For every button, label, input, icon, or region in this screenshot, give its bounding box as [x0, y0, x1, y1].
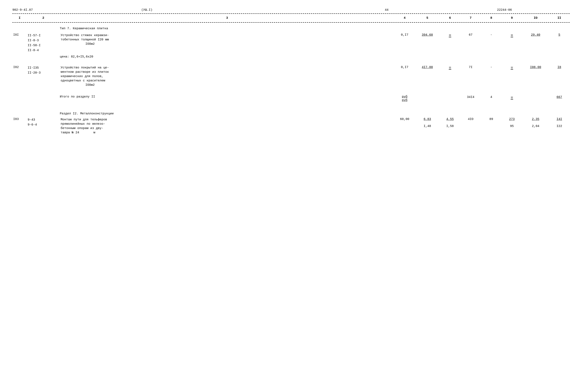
- row-181-col5: 394,60: [415, 33, 440, 37]
- col-header-1: I: [12, 16, 27, 20]
- row-181-col11: 5: [549, 33, 570, 37]
- itogo-col11: 667: [549, 95, 570, 102]
- top-divider: [12, 14, 570, 14]
- col-header-6: 6: [440, 16, 460, 20]
- row-181-col6: =: [440, 33, 460, 38]
- row-182-col10: I08,00: [522, 65, 549, 70]
- itogo-label: Итого по разделу II: [60, 95, 394, 102]
- type7-title: Тип 7. Керамическая плитка: [12, 24, 570, 32]
- col-header-10: IO: [522, 16, 549, 20]
- col-header-8: 8: [481, 16, 501, 20]
- row-182-col8: -: [481, 65, 501, 70]
- row-183-col5: 6,83 I,48: [415, 117, 440, 128]
- col-header-2: 2: [27, 16, 60, 20]
- col-header-7: 7: [460, 16, 481, 20]
- column-headers: I 2 3 4 5 6 7 8 9 IO II: [12, 15, 570, 22]
- table-row: I8I II-57-I II-8-3 II-58-I II-8-4 Устрой…: [12, 32, 570, 54]
- itogo-col8: 4: [481, 95, 501, 102]
- table-row: I82 II-I35 II-20-3 Устройство покрытий н…: [12, 64, 570, 88]
- col-header-9: 9: [501, 16, 522, 20]
- row-182-col4: 0,I7: [394, 65, 415, 70]
- row-183-col9: 273 95: [501, 117, 522, 128]
- doc-code: 22244-06: [497, 8, 512, 12]
- col-header-4: 4: [394, 16, 415, 20]
- row-181-col4: 0,I7: [394, 33, 415, 37]
- doc-number: 902-9-4I.87: [12, 8, 33, 12]
- row-183-col10: 2,35 2,04: [522, 117, 549, 128]
- row-181-col8: -: [481, 33, 501, 37]
- row-181-num: I8I: [12, 33, 27, 37]
- itogo-col9: =: [501, 95, 522, 102]
- row-183-codes: 9-43 9-6-4: [27, 117, 60, 128]
- row-183-col11: I4I I22: [549, 117, 570, 128]
- row-182-num: I82: [12, 65, 27, 70]
- row-181-description: Устройство стяжек керамзи- тобетонных то…: [60, 33, 394, 46]
- row-181-price-note: цена: 82,6+I5,6х20: [12, 54, 570, 60]
- itogo-unit: руб руб: [394, 95, 415, 102]
- row-182-col11: I8: [549, 65, 570, 70]
- row-181-codes: II-57-I II-8-3 II-58-I II-8-4: [27, 33, 60, 54]
- row-181-block: I8I II-57-I II-8-3 II-58-I II-8-4 Устрой…: [12, 32, 570, 60]
- row-181-col10: 29,40: [522, 33, 549, 37]
- row-182-col6: =: [440, 65, 460, 71]
- row-182-block: I82 II-I35 II-20-3 Устройство покрытий н…: [12, 64, 570, 88]
- bottom-divider: [12, 22, 570, 23]
- table-row: I83 9-43 9-6-4 Монтаж пути для тельферов…: [12, 117, 570, 135]
- row-183-block: I83 9-43 9-6-4 Монтаж пути для тельферов…: [12, 117, 570, 135]
- row-182-col9: =: [501, 65, 522, 71]
- itogo-col7: 34I4: [460, 95, 481, 102]
- row-182-col7: 7I: [460, 65, 481, 70]
- row-181-col7: 67: [460, 33, 481, 37]
- page-number: 44: [385, 8, 389, 12]
- doc-subtitle: (УШ.I): [141, 8, 152, 12]
- row-183-description: Монтаж пути для тельферов прямолинейных …: [60, 117, 394, 135]
- row-182-codes: II-I35 II-20-3: [27, 65, 60, 76]
- col-header-3: 3: [60, 16, 394, 20]
- col-header-5: 5: [415, 16, 440, 20]
- razdel12-title: Раздел I2. Металлоконструкции: [12, 108, 570, 117]
- row-183-col6: 4,55 I,58: [440, 117, 460, 128]
- row-183-col4: 60,00: [394, 117, 415, 122]
- itogo-row: Итого по разделу II руб руб 34I4 4 = 667: [12, 92, 570, 104]
- row-183-col8: 89: [481, 117, 501, 122]
- row-182-description: Устройство покрытий на це- ментном раств…: [60, 65, 394, 88]
- row-183-col7: 4IO: [460, 117, 481, 122]
- page-header: 902-9-4I.87 (УШ.I) 44 22244-06: [12, 8, 570, 12]
- row-182-col5: 4I7,00: [415, 65, 440, 70]
- row-181-col9: =: [501, 33, 522, 38]
- col-header-11: II: [549, 16, 570, 20]
- row-183-num: I83: [12, 117, 27, 122]
